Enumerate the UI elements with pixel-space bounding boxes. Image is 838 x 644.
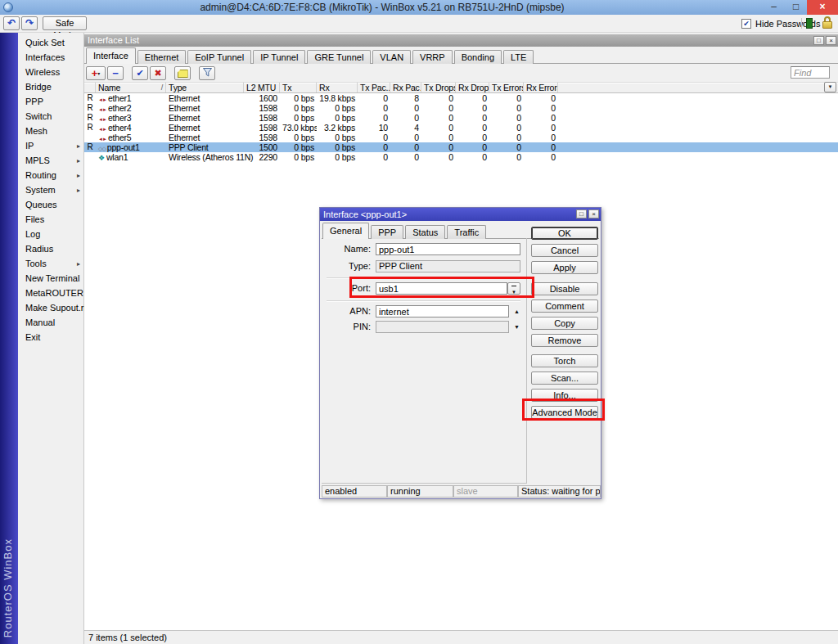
close-button[interactable]: ×	[807, 0, 838, 15]
cell-tx_drops: 0	[421, 152, 456, 162]
cell-type: Ethernet	[166, 123, 244, 133]
ok-button[interactable]: OK	[531, 227, 598, 240]
table-row-ether5[interactable]: ◄►ether5Ethernet15980 bps0 bps000000	[84, 133, 838, 142]
restore-button[interactable]: □	[785, 0, 807, 15]
sidebar-item-queues[interactable]: Queues	[18, 197, 83, 212]
column-header-flag[interactable]	[84, 83, 96, 92]
tab-vrrp[interactable]: VRRP	[412, 50, 453, 64]
sidebar-item-files[interactable]: Files	[18, 212, 83, 227]
column-header-rx_packets[interactable]: Rx Pac...	[390, 83, 421, 92]
sidebar-item-interfaces[interactable]: Interfaces	[18, 50, 83, 65]
sidebar-item-system[interactable]: System▸	[18, 182, 83, 197]
dialog-close-button[interactable]: ×	[588, 209, 599, 218]
remove-button[interactable]: −	[107, 66, 124, 80]
column-header-rx_errors[interactable]: Rx Errors	[524, 83, 558, 92]
column-header-name[interactable]: Name/	[96, 83, 166, 92]
scan-button[interactable]: Scan...	[531, 372, 598, 385]
find-input[interactable]	[791, 66, 830, 79]
column-header-rx_drops[interactable]: Rx Drops	[456, 83, 489, 92]
name-field[interactable]	[376, 243, 520, 255]
tab-ip-tunnel[interactable]: IP Tunnel	[253, 50, 305, 64]
expand-down-arrow[interactable]: ▼	[514, 324, 520, 330]
sidebar-item-metarouter[interactable]: MetaROUTER	[18, 286, 83, 300]
sidebar-item-tools[interactable]: Tools▸	[18, 256, 83, 271]
pin-field[interactable]	[376, 321, 509, 333]
sidebar-item-mesh[interactable]: Mesh	[18, 124, 83, 138]
filter-button[interactable]	[199, 66, 215, 80]
hide-passwords-checkbox[interactable]: ✔	[741, 19, 751, 29]
enable-button[interactable]: ✔	[132, 66, 148, 80]
sidebar-item-log[interactable]: Log	[18, 227, 83, 241]
sidebar-item-switch[interactable]: Switch	[18, 109, 83, 124]
cell-tx_packets: 10	[358, 123, 390, 133]
cell-l2mtu: 1598	[244, 103, 280, 113]
sidebar-item-ip[interactable]: IP▸	[18, 138, 83, 153]
dialog-tab-status[interactable]: Status	[405, 225, 445, 239]
tab-eoip-tunnel[interactable]: EoIP Tunnel	[187, 50, 251, 64]
tab-lte[interactable]: LTE	[503, 50, 534, 64]
cancel-button[interactable]: Cancel	[531, 244, 598, 257]
column-header-tx_drops[interactable]: Tx Drops	[421, 83, 456, 92]
comment-button[interactable]	[174, 66, 191, 80]
column-header-type[interactable]: Type	[166, 83, 244, 92]
dialog-tab-general[interactable]: General	[322, 223, 369, 239]
disable-button[interactable]: Disable	[531, 282, 598, 295]
interface-list-close-button[interactable]: ×	[826, 36, 836, 45]
sidebar-item-label: Routing	[25, 170, 56, 180]
collapse-up-arrow[interactable]: ▲	[514, 308, 520, 314]
table-row-ether3[interactable]: R◄►ether3Ethernet15980 bps0 bps000000	[84, 113, 838, 123]
tab-ethernet[interactable]: Ethernet	[137, 50, 187, 64]
tab-interface[interactable]: Interface	[86, 47, 136, 64]
undo-button[interactable]: ↶	[3, 16, 20, 30]
sidebar-item-manual[interactable]: Manual	[18, 315, 83, 330]
table-row-wlan1[interactable]: ❖wlan1Wireless (Atheros 11N)22900 bps0 b…	[84, 152, 838, 162]
dialog-restore-button[interactable]: □	[576, 209, 587, 218]
column-header-tx_errors[interactable]: Tx Errors	[489, 83, 524, 92]
tab-bonding[interactable]: Bonding	[454, 50, 502, 64]
sidebar-item-bridge[interactable]: Bridge	[18, 79, 83, 94]
apply-button[interactable]: Apply	[531, 261, 598, 274]
sidebar-item-make-supout-rif[interactable]: Make Supout.rif	[18, 300, 83, 315]
sidebar-item-exit[interactable]: Exit	[18, 330, 83, 345]
sidebar-item-label: MetaROUTER	[25, 288, 83, 298]
sidebar-item-quick-set[interactable]: Quick Set	[18, 35, 83, 50]
sidebar-item-mpls[interactable]: MPLS▸	[18, 153, 83, 168]
table-row-ether2[interactable]: R◄►ether2Ethernet15980 bps0 bps000000	[84, 103, 838, 113]
cell-rx_packets: 0	[390, 113, 421, 123]
column-header-tx[interactable]: Tx	[280, 83, 317, 92]
torch-button[interactable]: Torch	[531, 354, 598, 367]
cell-name: ◄►ether1	[96, 93, 166, 103]
disable-button[interactable]: ✖	[150, 66, 166, 80]
sidebar-item-new-terminal[interactable]: New Terminal	[18, 271, 83, 286]
column-header-tx_packets[interactable]: Tx Pac...	[358, 83, 390, 92]
table-row-ether1[interactable]: R◄►ether1Ethernet16000 bps19.8 kbps08000…	[84, 93, 838, 103]
column-header-rx[interactable]: Rx	[317, 83, 358, 92]
sidebar-item-radius[interactable]: Radius	[18, 241, 83, 256]
add-button[interactable]: +▾	[86, 66, 106, 80]
apn-field[interactable]	[376, 305, 509, 317]
safe-mode-button[interactable]: Safe Mode	[43, 16, 87, 30]
tab-gre-tunnel[interactable]: GRE Tunnel	[307, 50, 371, 64]
sidebar-item-routing[interactable]: Routing▸	[18, 168, 83, 182]
redo-button[interactable]: ↷	[21, 16, 38, 30]
copy-button[interactable]: Copy	[531, 317, 598, 330]
advanced-mode-annotation-box	[522, 399, 605, 421]
column-header-l2mtu[interactable]: L2 MTU	[244, 83, 280, 92]
tab-vlan[interactable]: VLAN	[372, 50, 411, 64]
cell-flag	[84, 133, 96, 142]
minimize-button[interactable]: –	[763, 0, 785, 15]
interface-ppp-out1-dialog: Interface <ppp-out1> □ × GeneralPPPStatu…	[319, 207, 601, 499]
dialog-tab-traffic[interactable]: Traffic	[447, 225, 486, 239]
table-row-ether4[interactable]: R◄►ether4Ethernet159873.0 kbps3.2 kbps10…	[84, 123, 838, 133]
sidebar-item-wireless[interactable]: Wireless	[18, 65, 83, 79]
remove-button[interactable]: Remove	[531, 334, 598, 347]
table-row-ppp-out1[interactable]: R◇◇ppp-out1PPP Client15000 bps0 bps00000…	[84, 142, 838, 152]
comment-button[interactable]: Comment	[531, 299, 598, 313]
sidebar-item-ppp[interactable]: PPP	[18, 94, 83, 109]
dialog-tab-ppp[interactable]: PPP	[371, 225, 403, 239]
cell-type: PPP Client	[166, 142, 244, 152]
port-annotation-box	[349, 277, 534, 298]
cell-name: ◄►ether4	[96, 123, 166, 133]
column-select-dropdown[interactable]: ▼	[824, 82, 836, 92]
interface-list-restore-button[interactable]: □	[813, 36, 824, 45]
